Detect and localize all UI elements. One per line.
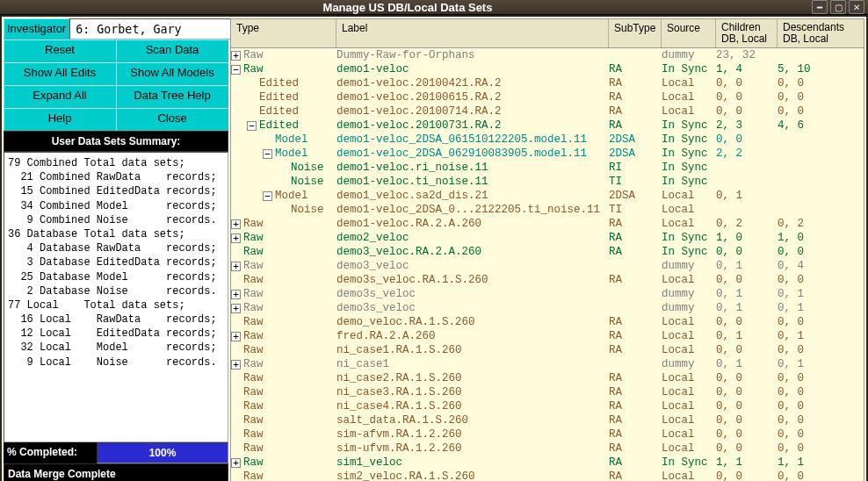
row-children: 0, 0 <box>716 427 778 442</box>
titlebar[interactable]: Manage US DB/Local Data Sets ━ ▢ ✕ <box>0 0 868 15</box>
row-children: 0, 2 <box>716 217 778 231</box>
row-label: ni_case3.RA.1.S.260 <box>336 385 609 399</box>
row-subtype <box>609 287 662 301</box>
tree-row[interactable]: Rawni_case4.RA.1.S.260RALocal0, 00, 0 <box>231 399 864 413</box>
tree-row[interactable]: Editeddemo1-veloc.20100714.RA.2RALocal0,… <box>231 104 864 118</box>
tree-row[interactable]: Rawsim-afvm.RA.1.2.260RALocal0, 00, 0 <box>231 427 864 442</box>
tree-row[interactable]: Rawdemo3_veloc.RA.2.A.260RAIn Sync0, 00,… <box>231 245 864 259</box>
col-source[interactable]: Source <box>662 19 716 47</box>
tree-row[interactable]: −Modeldemo1-veloc_2DSA_062910083905.mode… <box>231 147 864 161</box>
tree-row[interactable]: +Rawdemo1-veloc.RA.2.A.260RALocal0, 20, … <box>231 217 864 231</box>
tree-header: Type Label SubType Source Children DB, L… <box>231 19 864 48</box>
expand-icon[interactable]: + <box>231 290 241 299</box>
tree-row[interactable]: +Rawdemo2_velocRAIn Sync1, 01, 0 <box>231 231 864 245</box>
close-icon[interactable]: ✕ <box>849 0 864 14</box>
scan-data-button[interactable]: Scan Data <box>116 39 228 62</box>
progress-value: 100% <box>149 447 177 459</box>
row-type: Raw <box>243 456 264 470</box>
tree-row[interactable]: +Rawdemo3s_velocdummy0, 10, 1 <box>231 287 864 301</box>
tree-row[interactable]: +Rawdemo3s_velocdummy0, 10, 1 <box>231 301 864 315</box>
progress-row: % Completed: 100% <box>4 442 228 463</box>
tree-row[interactable]: +Rawni_case1dummy0, 10, 1 <box>231 357 864 371</box>
tree-row[interactable]: Editeddemo1-veloc.20100421.RA.2RALocal0,… <box>231 76 864 90</box>
row-descendants <box>778 133 864 147</box>
collapse-icon[interactable]: − <box>263 191 272 201</box>
minimize-icon[interactable]: ━ <box>812 0 828 14</box>
help-button[interactable]: Help <box>4 108 116 131</box>
expand-icon[interactable]: + <box>231 262 241 271</box>
tree-row[interactable]: Noisedemo1-veloc.ti_noise.11TIIn Sync <box>231 175 864 189</box>
tree-row[interactable]: +Rawdemo3_velocdummy0, 10, 4 <box>231 259 864 273</box>
row-source: Local <box>662 315 716 329</box>
tree-row[interactable]: Editeddemo1-veloc.20100615.RA.2RALocal0,… <box>231 90 864 104</box>
expand-icon[interactable]: + <box>231 219 241 229</box>
collapse-icon[interactable]: − <box>231 65 241 75</box>
tree-row[interactable]: Rawdemo3s_veloc.RA.1.S.260RALocal0, 00, … <box>231 273 864 287</box>
row-type: Raw <box>243 343 264 357</box>
expand-all-button[interactable]: Expand All <box>4 85 116 108</box>
investigator-button[interactable]: Investigator <box>4 18 69 39</box>
row-source: Local <box>662 371 716 385</box>
col-type[interactable]: Type <box>231 19 336 47</box>
expand-icon[interactable]: + <box>231 233 241 243</box>
row-descendants: 0, 0 <box>778 470 864 481</box>
row-source: In Sync <box>662 175 716 189</box>
tree-row[interactable]: Rawsim2_veloc.RA.1.S.260RALocal0, 00, 0 <box>231 470 864 481</box>
tree-row[interactable]: Rawsalt_data.RA.1.S.260RALocal0, 00, 0 <box>231 413 864 427</box>
close-button[interactable]: Close <box>116 108 228 131</box>
reset-button[interactable]: Reset <box>4 39 116 62</box>
tree-row[interactable]: +Rawsim1_velocRAIn Sync1, 11, 1 <box>231 456 864 470</box>
tree-body[interactable]: +RawDummy-Raw-for-Orphansdummy23, 32−Raw… <box>231 48 864 481</box>
summary-text[interactable]: 79 Combined Total data sets; 21 Combined… <box>4 152 228 442</box>
tree-row[interactable]: Noisedemo1-veloc_2DSA_0...2122205.ti_noi… <box>231 203 864 217</box>
collapse-icon[interactable]: − <box>247 121 257 131</box>
row-children: 0, 0 <box>716 442 778 456</box>
tree-row[interactable]: Rawni_case1.RA.1.S.260RALocal0, 00, 0 <box>231 343 864 357</box>
row-label: demo1-veloc_2DSA_061510122205.model.11 <box>336 133 609 147</box>
row-type: Noise <box>291 203 324 217</box>
row-subtype: RA <box>609 273 662 287</box>
col-subtype[interactable]: SubType <box>609 19 662 47</box>
row-children: 0, 1 <box>716 357 778 371</box>
row-descendants <box>778 189 864 203</box>
expand-icon[interactable]: + <box>231 360 241 370</box>
tree-row[interactable]: Rawsim-ufvm.RA.1.2.260RALocal0, 00, 0 <box>231 442 864 456</box>
row-label: ni_case2.RA.1.S.260 <box>336 371 609 385</box>
tree-row[interactable]: −Editeddemo1-veloc.20100731.RA.2RAIn Syn… <box>231 118 864 133</box>
row-descendants: 4, 6 <box>778 118 864 133</box>
col-children[interactable]: Children DB, Local <box>716 19 778 47</box>
row-descendants <box>778 147 864 161</box>
col-descendants[interactable]: Descendants DB, Local <box>778 19 864 47</box>
tree-row[interactable]: +Rawfred.RA.2.A.260RALocal0, 10, 1 <box>231 329 864 343</box>
progress-bar: 100% <box>97 442 228 463</box>
data-tree-help-button[interactable]: Data Tree Help <box>116 85 228 108</box>
row-source: dummy <box>662 259 716 273</box>
tree-row[interactable]: Rawdemo_veloc.RA.1.S.260RALocal0, 00, 0 <box>231 315 864 329</box>
collapse-icon[interactable]: − <box>263 149 272 159</box>
tree-row[interactable]: −Modeldemo1_veloc.sa2d_dis.212DSALocal0,… <box>231 189 864 203</box>
row-subtype <box>609 357 662 371</box>
tree-row[interactable]: +RawDummy-Raw-for-Orphansdummy23, 32 <box>231 48 864 62</box>
expand-icon[interactable]: + <box>231 332 241 341</box>
row-label: ni_case1.RA.1.S.260 <box>336 343 609 357</box>
tree-row[interactable]: −Rawdemo1-velocRAIn Sync1, 45, 10 <box>231 62 864 76</box>
tree-row[interactable]: Rawni_case2.RA.1.S.260RALocal0, 00, 0 <box>231 371 864 385</box>
row-source: Local <box>662 442 716 456</box>
row-descendants <box>778 48 864 62</box>
show-all-models-button[interactable]: Show All Models <box>116 62 228 85</box>
row-descendants <box>778 203 864 217</box>
tree-row[interactable]: Modeldemo1-veloc_2DSA_061510122205.model… <box>231 133 864 147</box>
row-descendants: 5, 10 <box>778 62 864 76</box>
expand-icon[interactable]: + <box>231 51 241 61</box>
col-label[interactable]: Label <box>336 19 609 47</box>
row-children: 0, 0 <box>716 470 778 481</box>
row-label: demo2_veloc <box>336 231 609 245</box>
show-all-edits-button[interactable]: Show All Edits <box>4 62 116 85</box>
expand-icon[interactable]: + <box>231 304 241 313</box>
maximize-icon[interactable]: ▢ <box>830 0 846 14</box>
row-type: Noise <box>291 161 324 175</box>
expand-icon[interactable]: + <box>231 458 241 468</box>
investigator-field[interactable] <box>69 18 231 39</box>
tree-row[interactable]: Noisedemo1-veloc.ri_noise.11RIIn Sync <box>231 161 864 175</box>
tree-row[interactable]: Rawni_case3.RA.1.S.260RALocal0, 00, 0 <box>231 385 864 399</box>
